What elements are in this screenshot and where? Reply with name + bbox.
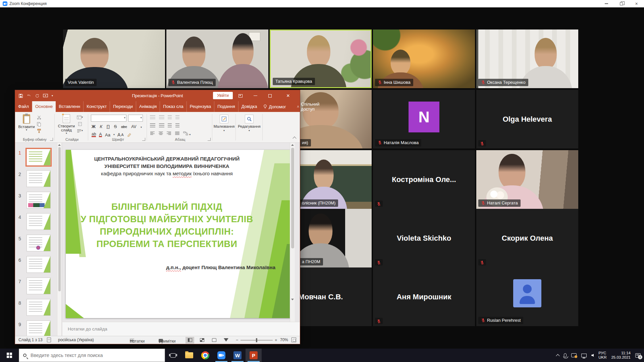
font-color-button[interactable]: A xyxy=(99,132,102,137)
tab-animations[interactable]: Анімація xyxy=(136,101,160,112)
decrease-indent-icon[interactable] xyxy=(150,123,155,128)
decrease-font-button[interactable]: A xyxy=(121,133,123,137)
font-name-combobox[interactable] xyxy=(91,115,126,122)
sign-in-button[interactable]: Увійти xyxy=(213,92,233,99)
spellcheck-icon[interactable] xyxy=(47,338,51,342)
scroll-up-arrow[interactable] xyxy=(58,144,61,146)
paragraph-dialog-launcher[interactable] xyxy=(208,138,211,141)
chrome-button[interactable] xyxy=(197,349,213,362)
customize-qat-icon[interactable]: ▾ xyxy=(52,95,53,97)
start-button[interactable] xyxy=(0,349,19,362)
paste-button[interactable]: Вставити ▾ xyxy=(18,114,35,131)
slide-canvas[interactable]: ЦЕНТРАЛЬНОУКРАЇНСЬКИЙ ДЕРЖАВНИЙ ПЕДАГОГІ… xyxy=(62,143,295,322)
text-direction-icon[interactable] xyxy=(175,115,179,120)
powerpoint-button[interactable]: P xyxy=(246,349,262,362)
slide-thumbnail-9[interactable]: 9 xyxy=(15,320,62,336)
bold-button[interactable]: Ж xyxy=(92,124,96,129)
undo-icon[interactable] xyxy=(26,94,32,98)
columns-icon[interactable] xyxy=(168,123,172,128)
tab-home-selected[interactable]: Основне xyxy=(32,101,56,112)
slide-thumbnail-3[interactable]: 3 xyxy=(15,192,62,210)
align-text-icon[interactable] xyxy=(175,123,179,128)
video-tile-natalia-maslova[interactable]: N Наталія Маслова xyxy=(373,90,475,148)
justify-icon[interactable] xyxy=(175,131,180,135)
video-tile-anya-myroshnyk[interactable]: Аня Мирошник xyxy=(373,267,475,326)
search-input[interactable] xyxy=(30,352,151,358)
font-size-combobox[interactable] xyxy=(128,115,143,122)
hidden-icons-chevron[interactable] xyxy=(556,354,559,358)
copy-button[interactable] xyxy=(36,121,42,127)
language-switcher[interactable]: РУС UKR xyxy=(598,351,606,360)
collapse-ribbon-button[interactable] xyxy=(292,136,296,140)
format-painter-button[interactable] xyxy=(36,128,42,133)
scroll-down-arrow[interactable] xyxy=(291,299,294,300)
word-button[interactable]: W xyxy=(229,349,246,362)
tab-tell-me[interactable]: Допомог xyxy=(260,101,289,112)
numbering-icon[interactable] xyxy=(159,115,164,120)
start-slideshow-icon[interactable] xyxy=(43,94,48,98)
font-dialog-launcher[interactable] xyxy=(142,138,145,141)
slide-thumbnail-4[interactable]: 4 xyxy=(15,213,62,232)
scrollbar-thumb[interactable] xyxy=(58,147,61,291)
zoom-percentage[interactable]: 70% xyxy=(280,338,288,342)
tray-network-icon[interactable] xyxy=(581,354,587,357)
scroll-up-arrow[interactable] xyxy=(291,144,294,146)
task-view-button[interactable] xyxy=(165,349,181,362)
tray-screenshare-icon[interactable] xyxy=(571,353,577,357)
new-slide-button[interactable]: Створити слайд ▾ xyxy=(57,114,75,135)
zoom-app-button[interactable] xyxy=(213,349,229,362)
character-spacing-button[interactable]: AV xyxy=(131,124,136,129)
notes-pane[interactable]: Нотатки до слайда xyxy=(62,322,300,336)
tray-microphone-icon[interactable] xyxy=(564,353,567,357)
slideshow-view-button[interactable] xyxy=(222,337,230,344)
close-button[interactable]: × xyxy=(629,0,644,7)
reset-slide-button[interactable] xyxy=(77,121,83,127)
align-center-icon[interactable] xyxy=(158,131,163,135)
language-indicator[interactable]: російська (Україна) xyxy=(58,338,94,342)
tab-design[interactable]: Конструкт xyxy=(84,101,110,112)
underline-button[interactable]: П xyxy=(107,124,110,129)
ppt-close-button[interactable]: ✕ xyxy=(281,90,295,101)
redo-icon[interactable] xyxy=(35,94,40,98)
tab-review[interactable]: Рецензува xyxy=(187,101,214,112)
cut-button[interactable] xyxy=(36,115,42,120)
line-spacing-icon[interactable] xyxy=(168,115,172,120)
zoom-out-button[interactable]: − xyxy=(236,338,238,343)
clipboard-dialog-launcher[interactable] xyxy=(50,138,53,141)
subscript-button[interactable]: abc xyxy=(121,125,127,129)
slide-thumbnail-2[interactable]: 2 xyxy=(15,170,62,189)
taskbar-search[interactable] xyxy=(19,349,165,362)
video-tile-valentyna-plyushch[interactable]: Валентина Плющ xyxy=(166,29,268,88)
video-tile-oksana-tereshchenko[interactable]: Оксана Терещенко xyxy=(476,29,578,88)
video-tile-violeta-skichko[interactable]: Violeta Skichko xyxy=(373,209,475,267)
normal-view-button[interactable] xyxy=(185,337,194,344)
minimize-button[interactable] xyxy=(599,0,614,7)
slide-thumbnail-7[interactable]: 7 xyxy=(15,278,62,296)
ribbon-display-options-button[interactable] xyxy=(233,90,248,101)
department-line[interactable]: кафедра природничих наук та методик їхнь… xyxy=(76,171,258,176)
video-tile-skoryk-olena[interactable]: Скорик Олена xyxy=(476,209,578,267)
tab-share[interactable]: Спільний доступ xyxy=(293,101,324,112)
tab-help[interactable]: Довідка xyxy=(238,101,260,112)
strikethrough-button[interactable]: S xyxy=(114,124,117,129)
ppt-maximize-button[interactable] xyxy=(263,90,277,101)
align-left-icon[interactable] xyxy=(150,131,155,135)
increase-indent-icon[interactable] xyxy=(159,123,164,128)
video-tile-ruslan-perehrest[interactable]: Ruslan Perehrest xyxy=(476,267,578,326)
slide-thumbnail-1[interactable]: 1 xyxy=(15,149,62,168)
restore-button[interactable] xyxy=(614,0,629,7)
slide-thumbnail-5[interactable]: 5 xyxy=(15,235,62,253)
highlight-color-button[interactable]: ab xyxy=(92,132,96,137)
increase-font-button[interactable]: A xyxy=(117,132,120,137)
drawing-button[interactable]: Малювання ▾ xyxy=(214,115,234,132)
scrollbar-thumb[interactable] xyxy=(291,148,294,248)
author-line[interactable]: д.п.н., доцент Плющ Валентина Миколаївна xyxy=(166,264,275,270)
tray-volume-icon[interactable] xyxy=(591,354,594,357)
save-icon[interactable] xyxy=(18,94,23,98)
change-case-button[interactable]: Aa xyxy=(105,132,110,137)
panel-scrollbar[interactable] xyxy=(57,143,61,336)
tab-transitions[interactable]: Переходи xyxy=(110,101,136,112)
slide-thumbnail-6[interactable]: 6 xyxy=(15,256,62,275)
tab-view[interactable]: Подання xyxy=(214,101,238,112)
video-tile-tatyana-kravtsova-active-speaker[interactable]: Татьяна Кравцова xyxy=(270,29,372,88)
